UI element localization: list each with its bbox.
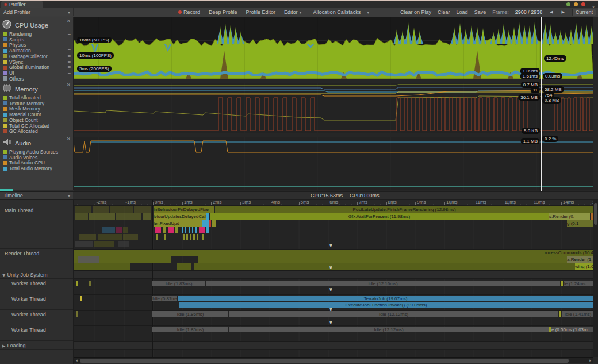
timeline-sample-bar[interactable]: e (0.55ms (1.03m	[551, 327, 593, 332]
thread-row-main[interactable]: Main Thread	[0, 206, 73, 249]
timeline-sample-bar[interactable]: ler.FixedUpd	[154, 220, 202, 227]
frame-playhead[interactable]	[540, 17, 542, 191]
thread-row-worker[interactable]: Worker Thread	[0, 310, 73, 325]
legend-item[interactable]: Physics=	[0, 42, 73, 48]
timeline-sample-bar[interactable]: Idle (12.12ms)	[229, 327, 549, 332]
timeline-sample-bar[interactable]: Idle (1.86ms)	[152, 311, 228, 317]
memory-chart[interactable]	[74, 83, 593, 133]
timeline-sample-tick	[199, 227, 205, 233]
close-icon[interactable]: ×	[66, 82, 71, 87]
save-button[interactable]: Save	[474, 9, 486, 15]
clear-button[interactable]: Clear	[438, 9, 450, 15]
timeline-sample-bar[interactable]: ExecuteJobFunction.Invoke() (19.05ms)	[179, 302, 593, 308]
legend-item[interactable]: GarbageCollector=	[0, 53, 73, 59]
legend-item[interactable]: Total Audio CPU	[0, 160, 73, 166]
thread-row-loading[interactable]: ▶Loading	[0, 341, 73, 350]
drag-handle-icon[interactable]: =	[68, 64, 71, 70]
drag-handle-icon[interactable]: =	[68, 48, 71, 53]
timeline-view-selector[interactable]: Timeline ▾	[0, 192, 73, 199]
window-dot-red-icon[interactable]	[581, 2, 585, 6]
legend-item[interactable]: Total Audio Memory	[0, 166, 73, 171]
chevron-down-icon: ▾	[68, 10, 70, 15]
timeline-sample-bar[interactable]: Idle (12.12ms)	[229, 311, 558, 317]
thread-row-job_system[interactable]: ▼Unity Job System	[0, 270, 73, 279]
timeline-sample-bar[interactable]: wing (1.61	[575, 263, 593, 270]
scroll-right-icon[interactable]: ▸	[588, 358, 593, 363]
timeline-sample-tick	[79, 234, 96, 240]
timeline-sample-bar[interactable]: g (0.1	[567, 220, 593, 227]
timeline-sample-bar[interactable]: rocessCommands (16.4	[74, 250, 593, 256]
timeline-sample-bar[interactable]: inBehaviourFnDelayedFixe	[154, 206, 214, 213]
timeline-sample-bar[interactable]: s.Render (0.	[549, 213, 590, 220]
expand-chevron-icon[interactable]: ∨	[329, 320, 333, 325]
legend-item[interactable]: Global Illumination=	[0, 64, 73, 70]
horizontal-scrollbar-thumb[interactable]	[80, 359, 569, 363]
drag-handle-icon[interactable]: =	[68, 42, 71, 48]
timeline-sample-bar[interactable]: a.Render (1.	[567, 256, 593, 263]
legend-item[interactable]: Animation=	[0, 48, 73, 53]
legend-item[interactable]: Rendering=	[0, 31, 73, 37]
thread-row-worker[interactable]: Worker Thread	[0, 294, 73, 310]
frame-next-button[interactable]: ▶	[561, 10, 566, 14]
close-icon[interactable]: ×	[66, 136, 71, 141]
timeline-sample-bar[interactable]: le (1.24ms	[564, 281, 593, 286]
vertical-scrollbar-thumb[interactable]	[594, 203, 597, 225]
scroll-left-icon[interactable]: ◂	[74, 358, 79, 363]
legend-item[interactable]: Texture Memory	[0, 101, 73, 106]
window-dot-green-icon[interactable]	[566, 2, 570, 6]
record-button[interactable]: Record	[178, 9, 200, 15]
frame-prev-button[interactable]: ◀	[549, 10, 554, 14]
tab-profiler[interactable]: Profiler	[1, 1, 43, 8]
foldout-arrow-icon[interactable]: ▼	[2, 273, 5, 278]
thread-row-worker[interactable]: Worker Thread	[0, 279, 73, 294]
thread-row-worker[interactable]: Worker Thread	[0, 325, 73, 341]
deep-profile-button[interactable]: Deep Profile	[209, 9, 237, 15]
close-icon[interactable]: ×	[66, 18, 71, 24]
legend-item[interactable]: Total GC Allocated	[0, 123, 73, 129]
legend-item[interactable]: Scripts=	[0, 37, 73, 43]
timeline-sample-bar[interactable]: iviourUpdatesDelayedCall	[154, 213, 206, 220]
expand-chevron-icon[interactable]: ∨	[329, 307, 333, 312]
drag-handle-icon[interactable]: =	[68, 37, 71, 43]
audio-chart[interactable]	[74, 137, 593, 190]
cpu-usage-chart[interactable]	[74, 17, 593, 79]
timeline-sample-bar[interactable]: Idle (0.87ms)	[152, 296, 177, 301]
legend-item[interactable]: Material Count	[0, 112, 73, 117]
legend-item[interactable]: Audio Voices	[0, 155, 73, 160]
load-button[interactable]: Load	[457, 9, 468, 15]
legend-item[interactable]: Playing Audio Sources	[0, 149, 73, 155]
horizontal-scrollbar[interactable]: ◂ ▸	[74, 357, 593, 363]
legend-item[interactable]: Mesh Memory	[0, 106, 73, 112]
profile-editor-button[interactable]: Profile Editor	[246, 9, 276, 15]
timeline-sample-bar[interactable]: PostLateUpdate.FinishFrameRendering (12.…	[215, 206, 593, 213]
allocation-callstacks-dropdown[interactable]: Allocation Callstacks▾	[313, 9, 373, 15]
timeline-sample-bar[interactable]: TerrainJob (19.07ms)	[178, 296, 593, 301]
drag-handle-icon[interactable]: =	[68, 59, 71, 65]
timeline-ruler[interactable]: -2ms-1ms0ms1ms2ms3ms4ms5ms6ms7ms8ms9ms10…	[74, 200, 593, 206]
foldout-arrow-icon[interactable]: ▶	[2, 344, 5, 348]
expand-chevron-icon[interactable]: ∨	[329, 243, 333, 248]
clear-on-play-button[interactable]: Clear on Play	[400, 9, 431, 15]
editor-dropdown[interactable]: Editor▾	[284, 9, 305, 15]
timeline-sample-bar[interactable]: Idle (1.41ms)	[562, 311, 593, 317]
legend-label: Physics	[9, 42, 68, 48]
drag-handle-icon[interactable]: =	[68, 70, 71, 76]
window-dot-orange-icon[interactable]	[574, 2, 578, 6]
thread-row-render[interactable]: Render Thread	[0, 249, 73, 270]
legend-item[interactable]: UI=	[0, 70, 73, 76]
expand-chevron-icon[interactable]: ∨	[329, 266, 333, 270]
current-frame-button[interactable]: Current	[572, 9, 596, 16]
legend-item[interactable]: Total Allocated	[0, 95, 73, 101]
legend-item[interactable]: VSync=	[0, 59, 73, 65]
timeline-sample-bar[interactable]: Idle (1.85ms)	[152, 327, 228, 332]
timeline-sample-bar[interactable]: Gfx.WaitForPresent (11.98ms)	[210, 213, 549, 220]
add-profiler-dropdown[interactable]: Add Profiler ▾	[0, 8, 74, 16]
timeline-sample-bar[interactable]: Idle (1.83ms)	[152, 281, 205, 286]
timeline-sample-bar[interactable]: Idle (12.16ms)	[206, 281, 560, 286]
drag-handle-icon[interactable]: =	[68, 31, 71, 37]
vertical-scrollbar[interactable]	[593, 200, 598, 357]
expand-chevron-icon[interactable]: ∨	[329, 288, 333, 292]
legend-item[interactable]: Object Count	[0, 117, 73, 123]
drag-handle-icon[interactable]: =	[68, 53, 71, 59]
legend-item[interactable]: GC Allocated	[0, 128, 73, 134]
